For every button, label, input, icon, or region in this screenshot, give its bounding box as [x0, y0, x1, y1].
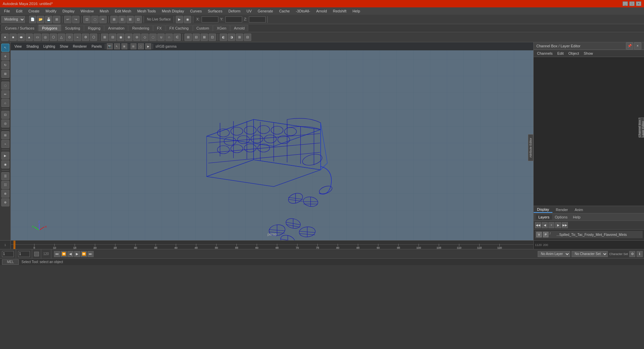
extrude-button[interactable]: ⊞ — [101, 34, 108, 41]
cb-edit-menu[interactable]: Edit — [555, 51, 566, 56]
menu-display[interactable]: Display — [60, 8, 77, 14]
autokey-checkbox[interactable] — [34, 252, 39, 256]
layer-visibility-btn[interactable]: V — [536, 232, 542, 237]
channel-box-pin-button[interactable]: 📌 — [626, 42, 633, 50]
cb-tab-render[interactable]: Render — [552, 207, 571, 212]
menu-redshift[interactable]: Redshift — [330, 8, 349, 14]
select-button[interactable]: ⊡ — [83, 16, 91, 23]
channel-box-close-button[interactable]: × — [634, 42, 641, 50]
layer-row[interactable]: V P / ...Spilled_Tic_Tac_Frosty_Mint_Fla… — [535, 231, 643, 238]
move-tool-button[interactable]: ✛ — [1, 52, 9, 60]
menu-file[interactable]: File — [1, 8, 13, 14]
cb-object-menu[interactable]: Object — [566, 51, 581, 56]
mirror-button[interactable]: ◐ — [220, 34, 227, 41]
redo-button[interactable]: ↪ — [72, 16, 79, 23]
vp-menu-panels[interactable]: Panels — [90, 44, 104, 49]
tab-rendering[interactable]: Rendering — [128, 25, 153, 31]
attribute-lt-button[interactable]: ☷ — [1, 181, 9, 189]
vp-menu-view[interactable]: View — [13, 44, 23, 49]
channel-box-edge-tab[interactable]: Channel Box / Layer Editor — [639, 117, 644, 138]
bridge-button[interactable]: ⊟ — [109, 34, 116, 41]
cb-tab-anim[interactable]: Anim — [571, 207, 586, 212]
anim-info-button[interactable]: ℹ — [637, 251, 643, 257]
snap-surface-button[interactable]: ⊡ — [135, 16, 142, 23]
poly-plane[interactable]: ▭ — [34, 34, 41, 41]
menu-deform[interactable]: Deform — [226, 8, 243, 14]
mode-dropdown[interactable]: Modeling — [1, 16, 25, 23]
coord-x-input[interactable] — [202, 16, 218, 22]
outliner-lt-button[interactable]: ⊕ — [1, 198, 9, 206]
close-button[interactable]: × — [636, 1, 641, 6]
poly-gear[interactable]: ⚙ — [82, 34, 89, 41]
menu-mesh-tools[interactable]: Mesh Tools — [135, 8, 158, 14]
menu-generate[interactable]: Generate — [255, 8, 276, 14]
select-tool-button[interactable]: ↖ — [1, 44, 9, 52]
poly-cone[interactable]: ▲ — [25, 34, 33, 41]
layer-playback-btn[interactable]: P — [543, 232, 548, 237]
poly-prism[interactable]: ⬡ — [50, 34, 57, 41]
vp-menu-shading[interactable]: Shading — [25, 44, 41, 49]
attribute-editor-tab[interactable]: Attribute Editor — [528, 134, 533, 161]
layer-next-button[interactable]: ▶▶ — [562, 222, 568, 228]
render-button[interactable]: ▶ — [176, 16, 183, 23]
menu-3dtoll[interactable]: -3DtoAll- — [293, 8, 313, 14]
smooth-button[interactable]: ◌ — [149, 34, 157, 41]
new-file-button[interactable]: 📄 — [29, 16, 36, 23]
vp-render-btn[interactable]: ▶ — [145, 43, 151, 49]
poly-pipe[interactable]: ⊙ — [66, 34, 73, 41]
coord-z-input[interactable] — [249, 16, 266, 22]
menu-surfaces[interactable]: Surfaces — [205, 8, 225, 14]
vp-select-btn[interactable]: ↖ — [114, 43, 120, 49]
layers-tab-help[interactable]: Help — [570, 214, 583, 220]
menu-cache[interactable]: Cache — [276, 8, 292, 14]
show-hide-button[interactable]: ⊡ — [1, 111, 9, 119]
step-forward-button[interactable]: ⏩ — [81, 251, 87, 257]
layers-tab-options[interactable]: Options — [552, 214, 570, 220]
menu-uv[interactable]: UV — [244, 8, 254, 14]
current-frame-input[interactable] — [2, 251, 14, 257]
snap-curve-lt-button[interactable]: ⌁ — [1, 140, 9, 148]
tab-arnold[interactable]: Arnold — [230, 25, 249, 31]
vp-menu-lighting[interactable]: Lighting — [42, 44, 57, 49]
crease-tool[interactable]: ⊞ — [236, 34, 243, 41]
tab-animation[interactable]: Animation — [104, 25, 128, 31]
soft-select-button[interactable]: ◌ — [1, 82, 9, 90]
tab-custom[interactable]: Custom — [193, 25, 213, 31]
scale-tool-button[interactable]: ⊞ — [1, 70, 9, 78]
cb-channels-menu[interactable]: Channels — [535, 51, 554, 56]
menu-edit-mesh[interactable]: Edit Mesh — [112, 8, 134, 14]
tool-settings-lt-button[interactable]: ⊗ — [1, 190, 9, 198]
tab-polygons[interactable]: Polygons — [38, 25, 61, 31]
layers-tab-display[interactable]: Layers — [536, 214, 552, 220]
tab-fx-caching[interactable]: FX Caching — [166, 25, 192, 31]
range-start-input[interactable] — [18, 251, 30, 257]
combine-button[interactable]: ⊕ — [125, 34, 132, 41]
menu-arnold[interactable]: Arnold — [314, 8, 330, 14]
go-start-button[interactable]: ⏮ — [54, 251, 60, 257]
isolate-button[interactable]: ◎ — [1, 119, 9, 128]
render-lt-button[interactable]: ▶ — [1, 152, 9, 160]
timeline-track[interactable]: 1 5 10 15 20 25 30 35 40 — [11, 241, 533, 249]
undo-button[interactable]: ↩ — [64, 16, 71, 23]
save-file-button[interactable]: 💾 — [45, 16, 52, 23]
connect-edge[interactable]: ⊡ — [209, 34, 216, 41]
save-as-button[interactable]: ⊞ — [53, 16, 60, 23]
menu-edit[interactable]: Edit — [13, 8, 25, 14]
vp-camera-btn[interactable]: 📷 — [107, 43, 113, 49]
open-file-button[interactable]: 📂 — [37, 16, 44, 23]
rotate-tool-button[interactable]: ↻ — [1, 61, 9, 69]
tab-sculpting[interactable]: Sculpting — [61, 25, 84, 31]
vp-menu-renderer[interactable]: Renderer — [71, 44, 89, 49]
cb-show-menu[interactable]: Show — [582, 51, 595, 56]
menu-mesh-display[interactable]: Mesh Display — [159, 8, 187, 14]
layer-prev-button[interactable]: ◀◀ — [535, 222, 541, 228]
snap-curve-button[interactable]: ⊟ — [118, 16, 126, 23]
symmetrize-button[interactable]: ◑ — [228, 34, 235, 41]
cb-tab-display[interactable]: Display — [534, 207, 552, 213]
tab-fx[interactable]: FX — [153, 25, 165, 31]
step-back-button[interactable]: ⏪ — [61, 251, 67, 257]
poly-pyramid[interactable]: △ — [58, 34, 65, 41]
tab-curves-surfaces[interactable]: Curves / Surfaces — [1, 25, 38, 31]
poly-soccer[interactable]: ⬡ — [90, 34, 97, 41]
no-character-set-dropdown[interactable]: No Character Set — [572, 251, 608, 257]
